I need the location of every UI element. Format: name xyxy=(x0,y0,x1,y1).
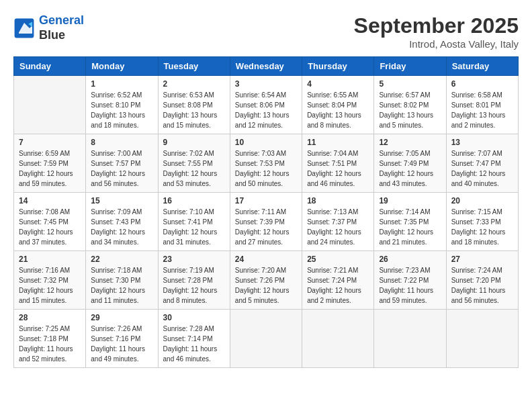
calendar-cell: 19Sunrise: 7:14 AM Sunset: 7:35 PM Dayli… xyxy=(374,193,446,251)
day-number: 20 xyxy=(451,196,513,205)
calendar-cell: 22Sunrise: 7:18 AM Sunset: 7:30 PM Dayli… xyxy=(86,251,158,310)
day-number: 10 xyxy=(235,138,297,147)
calendar-cell: 9Sunrise: 7:02 AM Sunset: 7:55 PM Daylig… xyxy=(158,134,230,193)
day-info: Sunrise: 6:53 AM Sunset: 8:08 PM Dayligh… xyxy=(163,90,225,130)
calendar-cell xyxy=(302,310,374,368)
day-info: Sunrise: 7:09 AM Sunset: 7:43 PM Dayligh… xyxy=(91,207,152,247)
calendar-cell: 1Sunrise: 6:52 AM Sunset: 8:10 PM Daylig… xyxy=(86,76,158,134)
calendar-week-5: 28Sunrise: 7:25 AM Sunset: 7:18 PM Dayli… xyxy=(14,310,519,368)
day-info: Sunrise: 7:16 AM Sunset: 7:32 PM Dayligh… xyxy=(19,265,81,306)
day-number: 11 xyxy=(307,138,369,147)
calendar-week-1: 1Sunrise: 6:52 AM Sunset: 8:10 PM Daylig… xyxy=(14,76,519,134)
calendar-cell: 30Sunrise: 7:28 AM Sunset: 7:14 PM Dayli… xyxy=(158,310,230,368)
calendar-week-2: 7Sunrise: 6:59 AM Sunset: 7:59 PM Daylig… xyxy=(14,134,519,193)
day-info: Sunrise: 7:02 AM Sunset: 7:55 PM Dayligh… xyxy=(163,148,225,189)
day-number: 14 xyxy=(19,196,81,205)
calendar-cell: 16Sunrise: 7:10 AM Sunset: 7:41 PM Dayli… xyxy=(158,193,230,251)
day-info: Sunrise: 7:00 AM Sunset: 7:57 PM Dayligh… xyxy=(91,148,152,189)
calendar-week-4: 21Sunrise: 7:16 AM Sunset: 7:32 PM Dayli… xyxy=(14,251,519,310)
day-info: Sunrise: 7:10 AM Sunset: 7:41 PM Dayligh… xyxy=(163,207,225,247)
calendar-cell: 29Sunrise: 7:26 AM Sunset: 7:16 PM Dayli… xyxy=(86,310,158,368)
calendar-cell: 3Sunrise: 6:54 AM Sunset: 8:06 PM Daylig… xyxy=(230,76,302,134)
calendar-cell: 26Sunrise: 7:23 AM Sunset: 7:22 PM Dayli… xyxy=(374,251,446,310)
day-number: 5 xyxy=(379,79,441,89)
day-number: 6 xyxy=(451,79,513,89)
calendar-cell: 10Sunrise: 7:03 AM Sunset: 7:53 PM Dayli… xyxy=(230,134,302,193)
day-number: 26 xyxy=(379,255,441,264)
page-header: General Blue September 2025 Introd, Aost… xyxy=(13,13,519,50)
month-title: September 2025 xyxy=(354,13,519,38)
day-info: Sunrise: 7:04 AM Sunset: 7:51 PM Dayligh… xyxy=(307,148,369,189)
calendar-cell: 4Sunrise: 6:55 AM Sunset: 8:04 PM Daylig… xyxy=(302,76,374,134)
day-info: Sunrise: 7:23 AM Sunset: 7:22 PM Dayligh… xyxy=(379,265,441,306)
day-number: 23 xyxy=(163,255,225,264)
day-number: 13 xyxy=(451,138,513,147)
day-number: 2 xyxy=(163,79,225,89)
day-number: 21 xyxy=(19,255,81,264)
location-subtitle: Introd, Aosta Valley, Italy xyxy=(354,38,519,50)
day-number: 17 xyxy=(235,196,297,205)
day-info: Sunrise: 7:03 AM Sunset: 7:53 PM Dayligh… xyxy=(235,148,297,189)
logo-icon xyxy=(13,17,35,39)
day-number: 30 xyxy=(163,313,225,322)
calendar-cell xyxy=(374,310,446,368)
day-info: Sunrise: 7:13 AM Sunset: 7:37 PM Dayligh… xyxy=(307,207,369,247)
calendar-cell: 20Sunrise: 7:15 AM Sunset: 7:33 PM Dayli… xyxy=(446,193,518,251)
day-info: Sunrise: 7:28 AM Sunset: 7:14 PM Dayligh… xyxy=(163,324,225,364)
weekday-header-saturday: Saturday xyxy=(446,57,518,76)
day-info: Sunrise: 6:54 AM Sunset: 8:06 PM Dayligh… xyxy=(235,90,297,130)
title-block: September 2025 Introd, Aosta Valley, Ita… xyxy=(354,13,519,50)
day-number: 29 xyxy=(91,313,152,322)
calendar-cell: 14Sunrise: 7:08 AM Sunset: 7:45 PM Dayli… xyxy=(14,193,86,251)
weekday-header-friday: Friday xyxy=(374,57,446,76)
day-info: Sunrise: 7:21 AM Sunset: 7:24 PM Dayligh… xyxy=(307,265,369,306)
logo-text: General Blue xyxy=(39,13,84,42)
weekday-header-wednesday: Wednesday xyxy=(230,57,302,76)
day-number: 19 xyxy=(379,196,441,205)
calendar-cell: 8Sunrise: 7:00 AM Sunset: 7:57 PM Daylig… xyxy=(86,134,158,193)
weekday-header-thursday: Thursday xyxy=(302,57,374,76)
day-info: Sunrise: 6:59 AM Sunset: 7:59 PM Dayligh… xyxy=(19,148,81,189)
calendar-cell: 17Sunrise: 7:11 AM Sunset: 7:39 PM Dayli… xyxy=(230,193,302,251)
weekday-header-tuesday: Tuesday xyxy=(158,57,230,76)
calendar-cell: 6Sunrise: 6:58 AM Sunset: 8:01 PM Daylig… xyxy=(446,76,518,134)
calendar-cell: 21Sunrise: 7:16 AM Sunset: 7:32 PM Dayli… xyxy=(14,251,86,310)
calendar-cell: 27Sunrise: 7:24 AM Sunset: 7:20 PM Dayli… xyxy=(446,251,518,310)
weekday-header-row: SundayMondayTuesdayWednesdayThursdayFrid… xyxy=(14,57,519,76)
day-info: Sunrise: 7:20 AM Sunset: 7:26 PM Dayligh… xyxy=(235,265,297,306)
calendar-week-3: 14Sunrise: 7:08 AM Sunset: 7:45 PM Dayli… xyxy=(14,193,519,251)
day-number: 28 xyxy=(19,313,81,322)
day-info: Sunrise: 7:11 AM Sunset: 7:39 PM Dayligh… xyxy=(235,207,297,247)
day-number: 24 xyxy=(235,255,297,264)
day-number: 4 xyxy=(307,79,369,89)
calendar-cell: 15Sunrise: 7:09 AM Sunset: 7:43 PM Dayli… xyxy=(86,193,158,251)
weekday-header-monday: Monday xyxy=(86,57,158,76)
weekday-header-sunday: Sunday xyxy=(14,57,86,76)
logo: General Blue xyxy=(13,13,84,42)
logo-line1: General xyxy=(39,13,84,27)
day-info: Sunrise: 6:52 AM Sunset: 8:10 PM Dayligh… xyxy=(91,90,152,130)
day-number: 1 xyxy=(91,79,152,89)
day-number: 16 xyxy=(163,196,225,205)
day-number: 9 xyxy=(163,138,225,147)
day-info: Sunrise: 7:07 AM Sunset: 7:47 PM Dayligh… xyxy=(451,148,513,189)
day-info: Sunrise: 6:58 AM Sunset: 8:01 PM Dayligh… xyxy=(451,90,513,130)
calendar-cell: 2Sunrise: 6:53 AM Sunset: 8:08 PM Daylig… xyxy=(158,76,230,134)
day-info: Sunrise: 7:24 AM Sunset: 7:20 PM Dayligh… xyxy=(451,265,513,306)
day-info: Sunrise: 7:25 AM Sunset: 7:18 PM Dayligh… xyxy=(19,324,81,364)
day-number: 18 xyxy=(307,196,369,205)
calendar-cell: 12Sunrise: 7:05 AM Sunset: 7:49 PM Dayli… xyxy=(374,134,446,193)
calendar-cell: 28Sunrise: 7:25 AM Sunset: 7:18 PM Dayli… xyxy=(14,310,86,368)
day-info: Sunrise: 7:08 AM Sunset: 7:45 PM Dayligh… xyxy=(19,207,81,247)
day-info: Sunrise: 7:15 AM Sunset: 7:33 PM Dayligh… xyxy=(451,207,513,247)
day-number: 25 xyxy=(307,255,369,264)
day-info: Sunrise: 7:18 AM Sunset: 7:30 PM Dayligh… xyxy=(91,265,152,306)
day-info: Sunrise: 7:26 AM Sunset: 7:16 PM Dayligh… xyxy=(91,324,152,364)
calendar-cell: 18Sunrise: 7:13 AM Sunset: 7:37 PM Dayli… xyxy=(302,193,374,251)
calendar-cell xyxy=(14,76,86,134)
day-number: 3 xyxy=(235,79,297,89)
calendar-cell xyxy=(446,310,518,368)
calendar-table: SundayMondayTuesdayWednesdayThursdayFrid… xyxy=(13,56,519,368)
calendar-cell: 24Sunrise: 7:20 AM Sunset: 7:26 PM Dayli… xyxy=(230,251,302,310)
day-number: 27 xyxy=(451,255,513,264)
